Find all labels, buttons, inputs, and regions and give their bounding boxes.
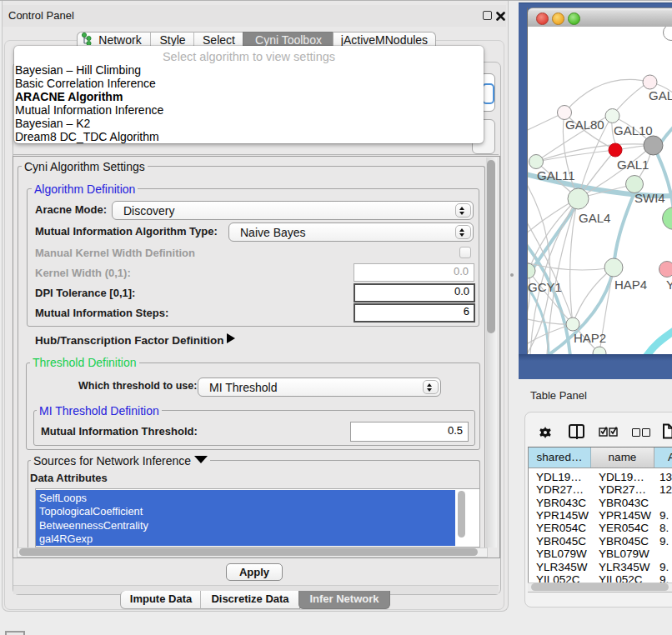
svg-text:HAP4: HAP4 [614,278,647,292]
svg-text:GAL80: GAL80 [565,118,604,132]
svg-text:GAL11: GAL11 [537,168,575,182]
svg-text:HAP2: HAP2 [574,331,606,345]
svg-text:SWI4: SWI4 [634,191,665,205]
svg-text:GAL4: GAL4 [579,211,610,225]
svg-text:GAL1: GAL1 [617,158,649,172]
svg-text:Y: Y [666,278,672,292]
svg-text:GAL7: GAL7 [649,88,672,102]
svg-text:GAL10: GAL10 [614,123,653,138]
svg-text:GCY1: GCY1 [528,280,562,294]
